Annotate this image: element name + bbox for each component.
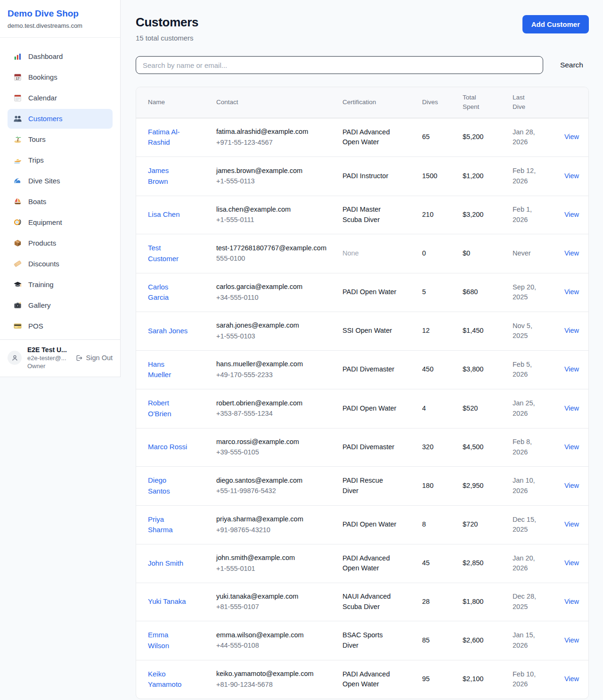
- view-link[interactable]: View: [564, 365, 579, 373]
- customer-phone: +55-11-99876-5432: [216, 486, 327, 496]
- trips-icon: [13, 156, 22, 165]
- column-header-actions: [555, 87, 588, 118]
- customer-last-dive: Feb 5, 2026: [513, 361, 532, 379]
- sidebar-item-tours[interactable]: Tours: [8, 130, 113, 149]
- sidebar-item-customers[interactable]: Customers: [8, 109, 113, 129]
- view-link[interactable]: View: [564, 520, 579, 528]
- customer-name-link[interactable]: Sarah Jones: [148, 327, 187, 335]
- customer-email: diego.santos@example.com: [216, 476, 327, 486]
- sidebar-item-label: Boats: [28, 197, 46, 206]
- customer-total-spent: $0: [463, 249, 470, 257]
- search-input[interactable]: [136, 56, 543, 74]
- column-header-contact: Contact: [209, 87, 335, 118]
- customer-dives: 28: [422, 598, 430, 605]
- sidebar-item-boats[interactable]: Boats: [8, 192, 113, 212]
- view-link[interactable]: View: [564, 675, 579, 683]
- customer-email: hans.mueller@example.com: [216, 359, 327, 370]
- customer-certification: SSI Open Water: [342, 327, 392, 334]
- view-link[interactable]: View: [564, 636, 579, 644]
- customer-certification: PADI Open Water: [342, 404, 396, 412]
- customer-name-link[interactable]: Fatima Al- Rashid: [148, 128, 180, 147]
- customer-email: test-1772681807767@example.com: [216, 243, 327, 254]
- customer-last-dive: Jan 28, 2026: [513, 128, 535, 146]
- customer-name-link[interactable]: Test Customer: [148, 244, 179, 263]
- view-link[interactable]: View: [564, 133, 579, 140]
- customer-name-link[interactable]: James Brown: [148, 166, 169, 185]
- customer-name-link[interactable]: Robert O'Brien: [148, 399, 171, 418]
- sidebar-item-dashboard[interactable]: Dashboard: [8, 47, 113, 66]
- view-link[interactable]: View: [564, 288, 579, 296]
- customer-dives: 450: [422, 365, 433, 373]
- shop-domain: demo.test.divestreams.com: [8, 22, 113, 29]
- customer-email: lisa.chen@example.com: [216, 205, 327, 215]
- customer-name-link[interactable]: Lisa Chen: [148, 210, 180, 218]
- customer-phone: +1-555-0111: [216, 215, 327, 225]
- sidebar-item-calendar[interactable]: Calendar: [8, 88, 113, 108]
- sidebar-item-label: Tours: [28, 135, 46, 144]
- sidebar-item-label: POS: [28, 321, 43, 331]
- customer-name-link[interactable]: Priya Sharma: [148, 515, 173, 534]
- view-link[interactable]: View: [564, 598, 579, 605]
- customer-name-link[interactable]: Diego Santos: [148, 476, 170, 495]
- page-title: Customers: [136, 15, 198, 30]
- customer-dives: 5: [422, 288, 426, 296]
- customer-certification: NAUI Advanced Scuba Diver: [342, 593, 391, 610]
- customer-name-link[interactable]: Hans Mueller: [148, 360, 171, 379]
- sidebar-item-gallery[interactable]: Gallery: [8, 296, 113, 315]
- view-link[interactable]: View: [564, 559, 579, 567]
- sign-out-button[interactable]: Sign Out: [75, 354, 113, 362]
- sidebar-item-bookings[interactable]: Bookings: [8, 67, 113, 87]
- sidebar-item-label: Bookings: [28, 73, 57, 82]
- gallery-icon: [13, 301, 22, 310]
- search-button[interactable]: Search: [554, 57, 589, 73]
- customer-name-link[interactable]: Keiko Yamamoto: [148, 670, 181, 689]
- customer-dives: 95: [422, 675, 430, 683]
- customer-dives: 0: [422, 249, 426, 257]
- sign-out-label: Sign Out: [86, 354, 113, 362]
- view-link[interactable]: View: [564, 327, 579, 334]
- table-row: Carlos Garcia carlos.garcia@example.com …: [136, 273, 588, 312]
- sidebar-item-pos[interactable]: POS: [8, 316, 113, 336]
- customer-phone: +1-555-0113: [216, 176, 327, 187]
- sidebar-item-dive-sites[interactable]: Dive Sites: [8, 171, 113, 191]
- sidebar-item-products[interactable]: Products: [8, 233, 113, 253]
- sidebar-item-label: Dashboard: [28, 52, 63, 61]
- sidebar-item-training[interactable]: Training: [8, 275, 113, 295]
- customer-phone: +971-55-123-4567: [216, 138, 327, 148]
- customer-dives: 85: [422, 636, 430, 644]
- sidebar-item-discounts[interactable]: Discounts: [8, 254, 113, 274]
- customer-last-dive: Dec 28, 2025: [513, 593, 536, 610]
- customer-name-link[interactable]: John Smith: [148, 559, 183, 567]
- column-header-dives: Dives: [415, 87, 455, 118]
- view-link[interactable]: View: [564, 404, 579, 412]
- sidebar-item-equipment[interactable]: Equipment: [8, 213, 113, 232]
- add-customer-button[interactable]: Add Customer: [522, 15, 589, 33]
- view-link[interactable]: View: [564, 482, 579, 489]
- view-link[interactable]: View: [564, 172, 579, 180]
- view-link[interactable]: View: [564, 249, 579, 257]
- customer-name-link[interactable]: Carlos Garcia: [148, 283, 169, 302]
- table-row: Fatima Al- Rashid fatima.alrashid@exampl…: [136, 118, 588, 157]
- table-row: Robert O'Brien robert.obrien@example.com…: [136, 389, 588, 428]
- view-link[interactable]: View: [564, 443, 579, 451]
- sidebar-item-trips[interactable]: Trips: [8, 150, 113, 170]
- customer-certification: PADI Rescue Diver: [342, 477, 383, 494]
- customer-name-link[interactable]: Marco Rossi: [148, 443, 187, 451]
- customer-name-link[interactable]: Emma Wilson: [148, 631, 169, 650]
- customer-certification: PADI Open Water: [342, 520, 396, 528]
- table-row: Hans Mueller hans.mueller@example.com +4…: [136, 350, 588, 389]
- table-row: Yuki Tanaka yuki.tanaka@example.com +81-…: [136, 583, 588, 621]
- customer-email: emma.wilson@example.com: [216, 630, 327, 641]
- sidebar-nav: Dashboard Bookings Calendar Customers To…: [0, 38, 120, 336]
- tours-icon: [13, 135, 22, 144]
- sidebar-header: Demo Dive Shop demo.test.divestreams.com: [0, 0, 120, 38]
- user-info: E2E Test U... e2e-tester@... Owner: [27, 346, 69, 370]
- view-link[interactable]: View: [564, 211, 579, 218]
- customer-last-dive: Jan 25, 2026: [513, 399, 535, 417]
- customer-email: priya.sharma@example.com: [216, 514, 327, 525]
- customer-total-spent: $2,600: [463, 636, 483, 644]
- customer-name-link[interactable]: Yuki Tanaka: [148, 597, 186, 605]
- shop-title: Demo Dive Shop: [8, 8, 113, 19]
- customer-email: robert.obrien@example.com: [216, 398, 327, 409]
- column-header-certification: Certification: [335, 87, 415, 118]
